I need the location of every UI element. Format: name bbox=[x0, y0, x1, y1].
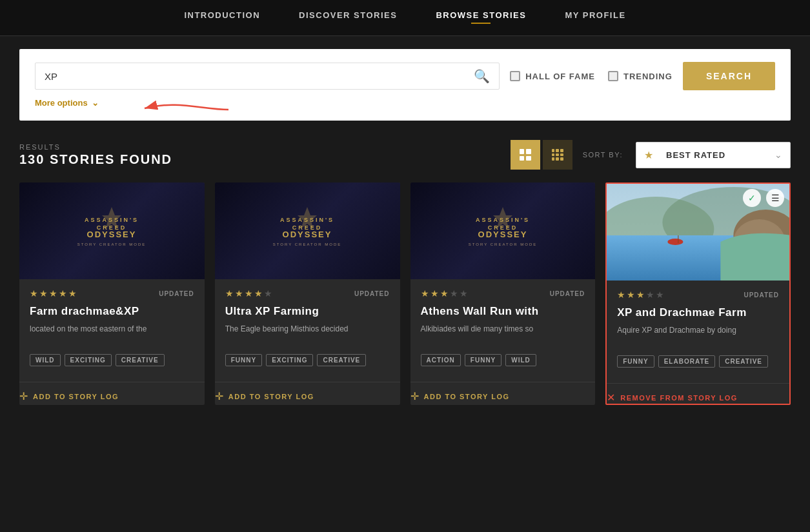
card-title: Farm drachmae&XP bbox=[30, 305, 194, 318]
updated-badge: UPDATED bbox=[354, 290, 390, 297]
grid-2-icon bbox=[520, 149, 531, 161]
grid-3-icon bbox=[552, 149, 563, 161]
tag-creative: CREATIVE bbox=[719, 355, 768, 368]
add-to-story-log-button[interactable]: ✛ ADD TO STORY LOG bbox=[410, 382, 596, 402]
card-body: ★ ★ ★ ★ ★ UPDATED Ultra XP Farming The E… bbox=[215, 279, 400, 382]
star-3: ★ bbox=[440, 288, 449, 299]
svg-point-22 bbox=[668, 239, 683, 245]
assassins-creed-logo: ASSASSIN'S CREED ODYSSEY STORY CREATOR M… bbox=[464, 204, 542, 255]
star-5: ★ bbox=[264, 288, 272, 299]
view-sort-row: SORT BY: ★ BEST RATED ⌄ bbox=[511, 140, 791, 170]
card-footer-label: REMOVE FROM STORY LOG bbox=[620, 394, 738, 402]
add-to-story-log-button[interactable]: ✛ ADD TO STORY LOG bbox=[19, 382, 205, 402]
svg-text:STORY CREATOR MODE: STORY CREATOR MODE bbox=[469, 242, 537, 246]
search-icon: 🔍 bbox=[474, 69, 490, 83]
star-3: ★ bbox=[245, 288, 253, 299]
search-icon-button[interactable]: 🔍 bbox=[474, 68, 490, 84]
filter-group: HALL OF FAME TRENDING bbox=[510, 71, 673, 81]
card-rating: ★ ★ ★ ★ ★ UPDATED bbox=[617, 290, 779, 300]
results-info: RESULTS 130 STORIES FOUND bbox=[19, 143, 172, 167]
updated-badge: UPDATED bbox=[744, 291, 779, 299]
card-footer-label: ADD TO STORY LOG bbox=[424, 393, 510, 400]
search-input[interactable] bbox=[45, 71, 467, 82]
star-3: ★ bbox=[49, 288, 57, 299]
card-thumbnail: ASSASSIN'S CREED ODYSSEY STORY CREATOR M… bbox=[215, 182, 400, 279]
star-1: ★ bbox=[225, 288, 234, 299]
nav-discover-stories[interactable]: DISCOVER STORIES bbox=[299, 10, 397, 24]
tag-action: ACTION bbox=[421, 354, 461, 366]
svg-text:STORY CREATOR MODE: STORY CREATOR MODE bbox=[77, 242, 146, 246]
trending-checkbox[interactable] bbox=[608, 71, 618, 81]
assassins-creed-logo: ASSASSIN'S CREED ODYSSEY STORY CREATOR M… bbox=[73, 204, 150, 255]
star-2: ★ bbox=[627, 290, 635, 300]
nav-my-profile[interactable]: MY PROFILE bbox=[565, 10, 625, 24]
add-list-icon[interactable]: ☰ bbox=[766, 189, 784, 207]
tag-funny: FUNNY bbox=[465, 354, 501, 366]
card-rating: ★ ★ ★ ★ ★ UPDATED bbox=[30, 288, 194, 299]
grid-view-2-button[interactable] bbox=[511, 140, 540, 170]
star-5: ★ bbox=[460, 288, 468, 299]
card-thumbnail: ✓ ☰ bbox=[607, 184, 789, 281]
tag-wild: WILD bbox=[505, 354, 536, 366]
card-actions: ✓ ☰ bbox=[743, 189, 784, 207]
card-description: Alkibiades will die many times so bbox=[421, 323, 585, 346]
assassins-creed-logo: ASSASSIN'S CREED ODYSSEY STORY CREATOR M… bbox=[268, 204, 346, 255]
tag-funny: FUNNY bbox=[617, 355, 654, 368]
card-footer-label: ADD TO STORY LOG bbox=[33, 393, 119, 400]
search-button[interactable]: SEARCH bbox=[683, 62, 775, 90]
star-5: ★ bbox=[656, 290, 664, 300]
tag-funny: FUNNY bbox=[225, 354, 262, 366]
svg-text:ODYSSEY: ODYSSEY bbox=[87, 230, 137, 239]
nav-introduction[interactable]: INTRODUCTION bbox=[184, 10, 260, 24]
nav-browse-stories[interactable]: BROWSE STORIES bbox=[436, 10, 526, 24]
card-title: XP and Drachmae Farm bbox=[617, 306, 779, 319]
card-tags: FUNNY ELABORATE CREATIVE bbox=[617, 355, 779, 368]
remove-from-story-log-button[interactable]: ✕ REMOVE FROM STORY LOG bbox=[607, 383, 789, 404]
sort-select-container[interactable]: ★ BEST RATED ⌄ bbox=[636, 142, 791, 168]
game-logo: ASSASSIN'S CREED ODYSSEY STORY CREATOR M… bbox=[268, 204, 346, 258]
checkmark-icon[interactable]: ✓ bbox=[743, 189, 761, 207]
story-card-highlighted: ✓ ☰ ★ ★ ★ ★ ★ UPDATED XP and Drachmae Fa… bbox=[605, 182, 791, 405]
grid-view-3-button[interactable] bbox=[543, 140, 572, 170]
card-body: ★ ★ ★ ★ ★ UPDATED Athens Wall Run with A… bbox=[410, 279, 596, 382]
top-navigation: INTRODUCTION DISCOVER STORIES BROWSE STO… bbox=[0, 0, 810, 36]
more-options-row: More options ⌄ bbox=[35, 98, 775, 108]
card-tags: ACTION FUNNY WILD bbox=[421, 354, 585, 366]
card-rating: ★ ★ ★ ★ ★ UPDATED bbox=[421, 288, 585, 299]
view-toggle bbox=[511, 140, 572, 170]
remove-icon: ✕ bbox=[607, 391, 615, 404]
card-description: Aquire XP and Drachmae by doing bbox=[617, 324, 779, 348]
svg-text:STORY CREATOR MODE: STORY CREATOR MODE bbox=[273, 242, 341, 246]
star-rating: ★ ★ ★ ★ ★ bbox=[225, 288, 272, 299]
star-rating: ★ ★ ★ ★ ★ bbox=[30, 288, 77, 299]
star-2: ★ bbox=[430, 288, 439, 299]
results-label: RESULTS bbox=[19, 143, 172, 151]
star-4: ★ bbox=[59, 288, 67, 299]
add-icon: ✛ bbox=[19, 390, 28, 402]
add-icon: ✛ bbox=[215, 390, 223, 402]
game-logo: ASSASSIN'S CREED ODYSSEY STORY CREATOR M… bbox=[464, 204, 542, 258]
hall-of-fame-checkbox[interactable] bbox=[510, 71, 520, 81]
card-body: ★ ★ ★ ★ ★ UPDATED Farm drachmae&XP locat… bbox=[19, 279, 205, 382]
card-thumbnail: ASSASSIN'S CREED ODYSSEY STORY CREATOR M… bbox=[410, 182, 596, 279]
search-input-wrap: 🔍 bbox=[35, 63, 500, 90]
results-count: 130 STORIES FOUND bbox=[19, 152, 172, 167]
star-rating: ★ ★ ★ ★ ★ bbox=[421, 288, 468, 299]
results-header: RESULTS 130 STORIES FOUND bbox=[19, 140, 791, 170]
trending-filter[interactable]: TRENDING bbox=[608, 71, 673, 81]
story-card: ASSASSIN'S CREED ODYSSEY STORY CREATOR M… bbox=[410, 182, 596, 405]
star-4: ★ bbox=[254, 288, 263, 299]
add-to-story-log-button[interactable]: ✛ ADD TO STORY LOG bbox=[215, 382, 400, 402]
results-section: RESULTS 130 STORIES FOUND bbox=[0, 133, 810, 418]
star-3: ★ bbox=[636, 290, 645, 300]
card-title: Athens Wall Run with bbox=[421, 305, 585, 318]
hall-of-fame-filter[interactable]: HALL OF FAME bbox=[510, 71, 595, 81]
star-1: ★ bbox=[421, 288, 429, 299]
tag-elaborate: ELABORATE bbox=[658, 355, 715, 368]
star-1: ★ bbox=[30, 288, 38, 299]
game-logo: ASSASSIN'S CREED ODYSSEY STORY CREATOR M… bbox=[73, 204, 150, 258]
star-1: ★ bbox=[617, 290, 625, 300]
cards-grid: ASSASSIN'S CREED ODYSSEY STORY CREATOR M… bbox=[19, 182, 791, 405]
more-options-label[interactable]: More options bbox=[35, 98, 88, 108]
story-card: ASSASSIN'S CREED ODYSSEY STORY CREATOR M… bbox=[215, 182, 400, 405]
